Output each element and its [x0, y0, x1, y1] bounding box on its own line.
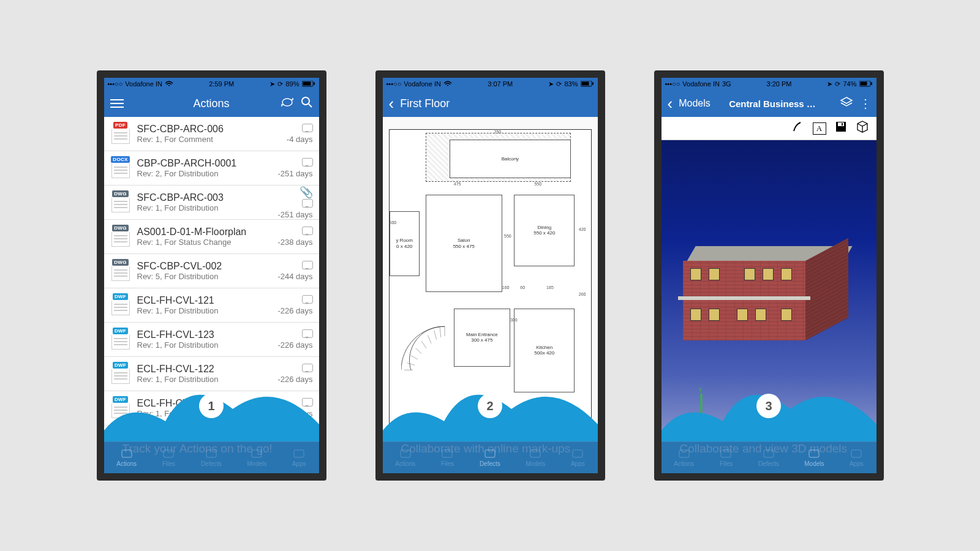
row-days: -226 days	[277, 375, 312, 384]
svg-rect-29	[871, 83, 872, 85]
svg-rect-23	[442, 450, 452, 457]
tab-defects[interactable]: Defects	[480, 448, 500, 467]
row-subtitle: Rev: 2, For Distribution	[137, 169, 274, 178]
room-balcony[interactable]: Balcony	[450, 140, 570, 179]
action-row[interactable]: DOCXCBP-CBP-ARCH-0001Rev: 2, For Distrib…	[104, 151, 319, 186]
text-tool-icon[interactable]: A	[813, 122, 826, 135]
rotation-lock-icon: ⟳	[835, 80, 840, 88]
comment-icon[interactable]	[302, 329, 313, 338]
chevron-left-icon: ‹	[389, 96, 394, 111]
action-row[interactable]: DWFECL-FH-CVL-121Rev: 1, For Distributio…	[104, 288, 319, 323]
battery-percent: 83%	[564, 80, 578, 88]
dimension-label: 185	[546, 285, 554, 290]
signal-dots-icon: •••○○	[108, 80, 123, 88]
signal-dots-icon: •••○○	[386, 80, 402, 88]
svg-rect-5	[122, 450, 132, 457]
svg-text:X: X	[720, 430, 724, 437]
dimension-label: 420	[540, 396, 548, 400]
tab-apps[interactable]: Apps	[571, 448, 585, 467]
dimension-label: 750	[494, 130, 502, 134]
phone-screenshot-2: •••○○ Vodafone IN 3:07 PM ➤ ⟳ 83% ‹ Firs…	[375, 70, 605, 481]
carrier-label: Vodafone IN	[125, 80, 162, 88]
room-salon[interactable]: Salon550 x 475	[426, 195, 502, 292]
comment-icon[interactable]	[302, 364, 313, 372]
tab-apps[interactable]: Apps	[850, 448, 864, 467]
tab-bar: ActionsFilesDefectsModelsApps	[662, 441, 876, 473]
svg-rect-24	[485, 450, 495, 457]
tab-actions[interactable]: Actions	[395, 448, 415, 467]
status-bar: •••○○ Vodafone IN 2:59 PM ➤ ⟳ 89%	[104, 78, 319, 90]
tab-files[interactable]: Files	[719, 448, 733, 467]
menu-icon[interactable]	[110, 97, 124, 110]
nav-bar: ‹ Models Central Business Park L ⋮	[662, 90, 876, 117]
tab-models[interactable]: Models	[247, 448, 266, 467]
tab-files[interactable]: Files	[162, 448, 175, 467]
svg-rect-42	[809, 450, 819, 457]
comment-icon[interactable]	[302, 124, 313, 132]
floorplan-view[interactable]: ⬧	[383, 117, 598, 473]
svg-line-17	[421, 341, 426, 348]
layers-icon[interactable]	[840, 97, 853, 111]
row-subtitle: Rev: 1, For Status Change	[137, 238, 274, 247]
file-type-icon: DWG	[110, 259, 131, 283]
signal-dots-icon: •••○○	[665, 80, 680, 88]
tab-actions[interactable]: Actions	[116, 448, 137, 467]
tab-actions[interactable]: Actions	[674, 448, 694, 467]
pen-tool-icon[interactable]	[792, 121, 804, 136]
comment-icon[interactable]	[302, 199, 313, 208]
back-button[interactable]: ‹ First Floor	[389, 96, 450, 111]
tab-files[interactable]: Files	[440, 448, 454, 467]
row-title: ECL-FH-CVL-123	[137, 329, 274, 340]
tab-models[interactable]: Models	[526, 448, 545, 467]
dimension-label: 600	[390, 220, 397, 225]
row-subtitle: Rev: 1, For Distribution	[137, 375, 274, 384]
back-button[interactable]: ‹ Models	[668, 96, 710, 111]
action-row[interactable]: DWFECL-FH-CVLRev: 1, For Distribution-22…	[104, 391, 319, 425]
file-type-icon: DWF	[110, 362, 131, 386]
svg-rect-26	[573, 450, 582, 457]
svg-rect-9	[294, 450, 304, 457]
search-icon[interactable]	[301, 96, 313, 111]
save-icon[interactable]	[835, 121, 847, 136]
row-subtitle: Rev: 1, For Comment	[137, 135, 283, 144]
room-kitchen[interactable]: Kitchen500x 420	[514, 309, 575, 393]
row-days: -4 days	[287, 135, 313, 144]
more-icon[interactable]: ⋮	[859, 96, 870, 111]
comment-icon[interactable]	[302, 261, 313, 269]
room-main-entrance[interactable]: Main Entrance300 x 475	[454, 309, 510, 367]
svg-rect-2	[314, 83, 315, 85]
back-label: First Floor	[400, 97, 450, 110]
svg-line-4	[309, 104, 312, 107]
location-icon: ➤	[827, 80, 832, 88]
svg-line-15	[434, 330, 437, 339]
action-row[interactable]: DWGSFC-CBP-ARC-003Rev: 1, For Distributi…	[104, 186, 319, 220]
action-row[interactable]: DWFECL-FH-CVL-123Rev: 1, For Distributio…	[104, 323, 319, 357]
svg-line-16	[428, 335, 432, 343]
action-row[interactable]: DWGAS001-D-01-M-FloorplanRev: 1, For Sta…	[104, 220, 319, 254]
comment-icon[interactable]	[302, 295, 313, 304]
action-row[interactable]: DWFECL-FH-CVL-122Rev: 1, For Distributio…	[104, 357, 319, 391]
action-row[interactable]: PDFSFC-CBP-ARC-006Rev: 1, For Comment-4 …	[104, 117, 319, 151]
actions-list[interactable]: PDFSFC-CBP-ARC-006Rev: 1, For Comment-4 …	[104, 117, 319, 473]
row-subtitle: Rev: 1, For Distribution	[137, 409, 274, 418]
comment-icon[interactable]	[302, 227, 313, 235]
status-bar: •••○○ Vodafone IN 3G 3:20 PM ➤ ⟳ 74%	[662, 78, 876, 90]
tab-defects[interactable]: Defects	[201, 448, 222, 467]
svg-rect-11	[581, 82, 589, 86]
svg-point-3	[302, 97, 309, 105]
action-row[interactable]: DWGSFC-CBP-CVL-002Rev: 5, For Distributi…	[104, 254, 319, 288]
comment-icon[interactable]	[302, 398, 313, 407]
file-type-icon: DWF	[110, 396, 131, 421]
comment-icon[interactable]	[302, 158, 313, 167]
room-dining[interactable]: Dining550 x 420	[514, 195, 575, 266]
sync-icon[interactable]	[280, 96, 295, 111]
tab-apps[interactable]: Apps	[292, 448, 306, 467]
row-title: ECL-FH-CVL-122	[137, 364, 274, 375]
3d-model-view[interactable]: X Y	[662, 140, 876, 473]
dimension-label: 60	[520, 285, 525, 290]
tab-models[interactable]: Models	[804, 448, 824, 467]
svg-rect-22	[401, 450, 410, 457]
tab-defects[interactable]: Defects	[758, 448, 779, 467]
cube-view-icon[interactable]	[856, 120, 869, 137]
status-bar: •••○○ Vodafone IN 3:07 PM ➤ ⟳ 83%	[383, 78, 598, 90]
